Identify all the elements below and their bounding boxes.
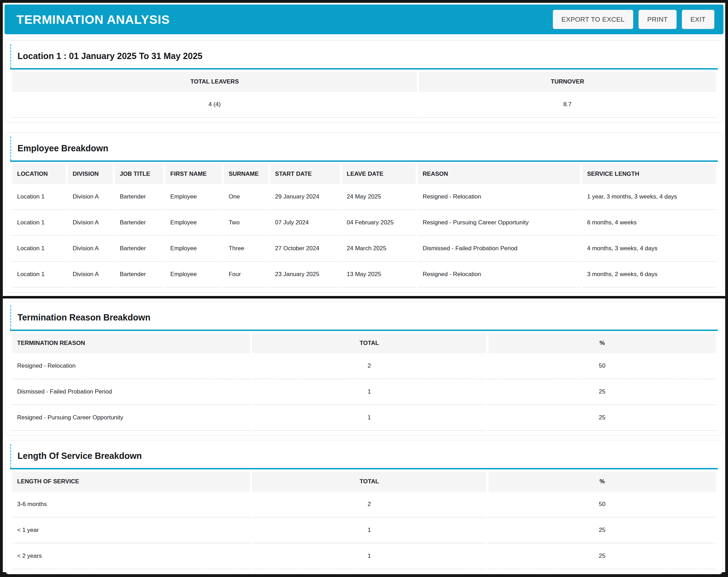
table-cell: 1 year, 3 months, 3 weeks, 4 days	[582, 184, 716, 210]
table-cell: Division A	[68, 210, 113, 236]
table-header-row: LENGTH OF SERVICETOTAL%	[12, 471, 716, 492]
exit-button[interactable]: EXIT	[682, 10, 714, 29]
table-cell: 13 May 2025	[342, 262, 416, 288]
column-header: LOCATION	[12, 164, 66, 184]
table-cell: 1	[252, 379, 486, 405]
table-cell: Dismissed - Failed Probation Period	[12, 379, 250, 405]
accent-rule	[10, 160, 718, 162]
length-of-service-breakdown-title: Length Of Service Breakdown	[17, 451, 718, 461]
table-cell: 4 (4)	[12, 92, 417, 118]
column-header: TERMINATION REASON	[12, 333, 250, 353]
table-cell: 50	[488, 353, 716, 379]
table-cell: One	[224, 184, 268, 210]
table-cell: 6 months, 4 weeks	[582, 210, 716, 236]
table-cell: Bartender	[115, 210, 163, 236]
table-row: 3-6 months250	[12, 492, 716, 518]
column-header: START DATE	[270, 164, 340, 184]
table-cell: Three	[224, 236, 268, 262]
table-cell: 25	[488, 379, 716, 405]
table-cell: Four	[224, 262, 268, 288]
table-cell: 07 July 2024	[270, 210, 340, 236]
table-cell: Bartender	[115, 236, 163, 262]
table-row: Location 1Division ABartenderEmployeeThr…	[12, 236, 716, 262]
table-cell: Resigned - Relocation	[418, 262, 580, 288]
table-cell: 8.7	[419, 92, 716, 118]
table-row: 4 (4)8.7	[12, 92, 716, 118]
table-cell: Employee	[165, 262, 222, 288]
table-cell: Resigned - Relocation	[12, 353, 250, 379]
column-header: LENGTH OF SERVICE	[12, 471, 250, 492]
termination-reason-breakdown-title: Termination Reason Breakdown	[17, 312, 718, 323]
table-cell: Resigned - Pursuing Career Opportunity	[12, 405, 250, 431]
table-cell: Location 1	[12, 262, 66, 288]
termination-reason-section-head: Termination Reason Breakdown	[10, 305, 718, 330]
table-cell: 2	[252, 492, 486, 518]
table-cell: 25	[488, 518, 716, 543]
table-cell: 24 May 2025	[342, 184, 416, 210]
summary-title: Location 1 : 01 January 2025 To 31 May 2…	[17, 51, 718, 61]
table-header-row: TERMINATION REASONTOTAL%	[12, 333, 716, 353]
column-header: FIRST NAME	[165, 164, 222, 184]
table-cell: Resigned - Relocation	[418, 184, 580, 210]
table-cell: Division A	[68, 184, 113, 210]
termination-reason-breakdown-card: Termination Reason Breakdown TERMINATION…	[6, 302, 722, 436]
column-header: TOTAL LEAVERS	[12, 72, 417, 92]
employee-breakdown-title: Employee Breakdown	[17, 143, 718, 153]
table-cell: 1	[252, 518, 486, 543]
employee-breakdown-card: Employee Breakdown LOCATIONDIVISIONJOB T…	[6, 132, 722, 293]
table-cell: 25	[488, 543, 716, 569]
table-header-row: LOCATIONDIVISIONJOB TITLEFIRST NAMESURNA…	[12, 164, 716, 184]
table-cell: 1	[252, 543, 486, 569]
column-header: %	[488, 471, 716, 492]
employee-breakdown-table: LOCATIONDIVISIONJOB TITLEFIRST NAMESURNA…	[10, 164, 718, 288]
termination-reason-breakdown-table: TERMINATION REASONTOTAL%Resigned - Reloc…	[10, 333, 718, 431]
table-cell: Employee	[165, 210, 222, 236]
table-cell: 27 October 2024	[270, 236, 340, 262]
table-cell: Dismissed - Failed Probation Period	[418, 236, 580, 262]
table-cell: 23 January 2025	[270, 262, 340, 288]
length-of-service-breakdown-card: Length Of Service Breakdown LENGTH OF SE…	[6, 440, 722, 574]
section-divider	[3, 296, 725, 298]
table-cell: Bartender	[115, 184, 163, 210]
table-row: Location 1Division ABartenderEmployeeOne…	[12, 184, 716, 210]
table-row: < 2 years125	[12, 543, 716, 569]
column-header: DIVISION	[68, 164, 113, 184]
export-to-excel-button[interactable]: EXPORT TO EXCEL	[553, 10, 634, 29]
column-header: TOTAL	[252, 471, 486, 492]
table-row: Location 1Division ABartenderEmployeeTwo…	[12, 210, 716, 236]
column-header: SERVICE LENGTH	[582, 164, 716, 184]
accent-rule	[10, 330, 718, 331]
table-cell: 2	[252, 353, 486, 379]
table-cell: 1	[252, 405, 486, 431]
table-cell: 25	[488, 405, 716, 431]
column-header: TURNOVER	[419, 72, 716, 92]
summary-table: TOTAL LEAVERSTURNOVER4 (4)8.7	[10, 72, 718, 118]
table-row: < 1 year125	[12, 518, 716, 543]
table-cell: Location 1	[12, 184, 66, 210]
report-page: TERMINATION ANALYSIS EXPORT TO EXCEL PRI…	[0, 0, 728, 577]
table-cell: 50	[488, 492, 716, 518]
summary-section-head: Location 1 : 01 January 2025 To 31 May 2…	[10, 44, 718, 68]
table-cell: < 2 years	[12, 543, 250, 569]
table-cell: < 1 year	[12, 518, 250, 543]
table-row: Dismissed - Failed Probation Period125	[12, 379, 716, 405]
table-cell: 3 months, 2 weeks, 6 days	[582, 262, 716, 288]
column-header: JOB TITLE	[115, 164, 163, 184]
table-cell: 4 months, 3 weeks, 4 days	[582, 236, 716, 262]
length-of-service-section-head: Length Of Service Breakdown	[10, 444, 718, 468]
print-button[interactable]: PRINT	[638, 10, 677, 29]
table-cell: Division A	[68, 236, 113, 262]
column-header: LEAVE DATE	[342, 164, 416, 184]
column-header: TOTAL	[252, 333, 486, 353]
table-cell: 29 January 2024	[270, 184, 340, 210]
table-cell: 24 March 2025	[342, 236, 416, 262]
employee-breakdown-section-head: Employee Breakdown	[10, 136, 718, 160]
accent-rule	[10, 68, 718, 70]
summary-card: Location 1 : 01 January 2025 To 31 May 2…	[6, 40, 722, 123]
table-cell: Two	[224, 210, 268, 236]
table-cell: Employee	[165, 184, 222, 210]
table-cell: Employee	[165, 236, 222, 262]
app-title: TERMINATION ANALYSIS	[16, 13, 170, 27]
table-row: Location 1Division ABartenderEmployeeFou…	[12, 262, 716, 288]
app-header-bar: TERMINATION ANALYSIS EXPORT TO EXCEL PRI…	[5, 5, 723, 34]
